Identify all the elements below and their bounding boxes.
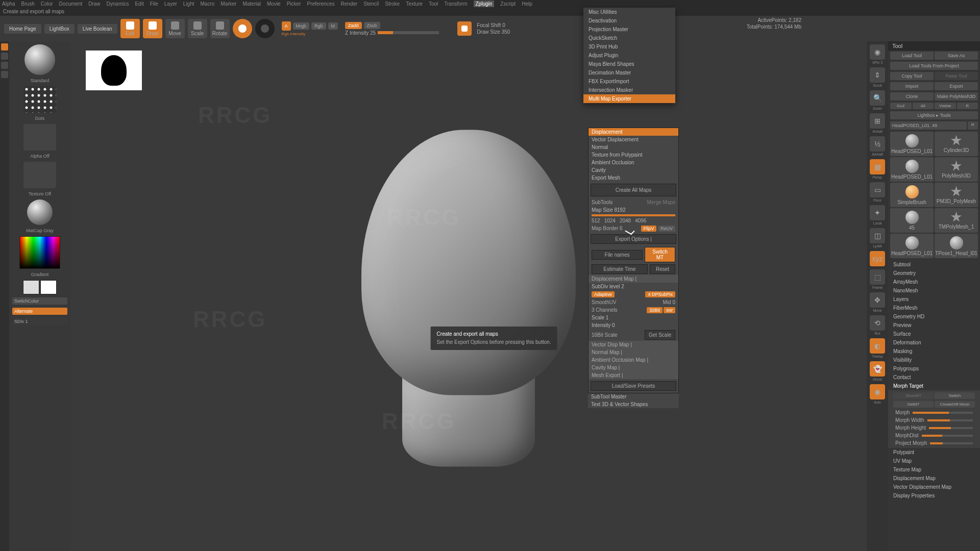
menu-layer[interactable]: Layer — [164, 1, 177, 7]
menu-transform[interactable]: Transform — [444, 1, 467, 7]
menu-texture[interactable]: Texture — [406, 1, 423, 7]
clone-button[interactable]: Clone — [890, 92, 934, 101]
tool-thumb[interactable]: Cylinder3D — [935, 132, 978, 156]
dd-text3d[interactable]: Text 3D & Vector Shapes — [588, 400, 679, 408]
tool-thumb[interactable]: TMPolyMesh_1 — [935, 208, 978, 233]
flipv-toggle[interactable]: FlipV — [641, 226, 657, 232]
get-scale-button[interactable]: Get Scale — [645, 330, 675, 340]
transp-icon[interactable]: ◐ — [870, 338, 885, 354]
draw-size-slider[interactable]: Draw Size 350 — [477, 29, 510, 35]
dd-intersection-masker[interactable]: Intersection Masker — [583, 86, 675, 94]
menu-stencil[interactable]: Stencil — [363, 1, 379, 7]
mapsize-512[interactable]: 512 — [592, 218, 600, 223]
mme-cavity-toggle[interactable]: Cavity — [589, 166, 678, 174]
mme-ao-toggle[interactable]: Ambient Occlusion — [589, 159, 678, 166]
delmt-button[interactable]: DelMT — [893, 401, 934, 408]
menu-zplugin[interactable]: Zplugin — [474, 1, 495, 7]
menu-help[interactable]: Help — [522, 1, 532, 7]
dd-subtool-master[interactable]: SubTool Master — [588, 393, 679, 400]
mrgb-toggle[interactable]: Mrgb — [293, 22, 310, 30]
stroke-preview[interactable] — [23, 86, 56, 113]
section-preview[interactable]: Preview — [888, 321, 980, 330]
focal-shift-slider[interactable]: Focal Shift 0 — [477, 22, 510, 28]
local-icon[interactable]: ✦ — [870, 205, 885, 220]
vdisp-map-header[interactable]: Vector Disp Map | — [589, 341, 678, 348]
draw-mode-button[interactable]: Draw — [143, 19, 162, 38]
section-texturemap[interactable]: Texture Map — [888, 465, 980, 474]
section-polypaint[interactable]: Polypaint — [888, 448, 980, 457]
section-fibermesh[interactable]: FiberMesh — [888, 304, 980, 312]
section-masking[interactable]: Masking — [888, 347, 980, 356]
current-tool-label[interactable]: HeadPOSED_L01. 49 — [890, 121, 967, 130]
export-button[interactable]: Export — [935, 82, 978, 90]
menu-zscript[interactable]: Zscript — [500, 1, 516, 7]
goz-button[interactable]: GoZ — [890, 103, 912, 109]
material-preview[interactable] — [27, 199, 53, 225]
tool-thumb[interactable]: HeadPOSED_L01 — [890, 132, 934, 156]
estimate-time-button[interactable]: Estimate Time — [592, 264, 648, 274]
switch-button[interactable]: Switch — [935, 392, 975, 399]
menu-color[interactable]: Color — [41, 1, 53, 7]
color-swatches[interactable] — [23, 280, 57, 294]
color-picker[interactable] — [19, 236, 60, 269]
menu-macro[interactable]: Macro — [201, 1, 215, 7]
mesh-export-header[interactable]: Mesh Export | — [589, 371, 678, 379]
dd-misc-utilities[interactable]: Misc Utilities — [583, 8, 675, 16]
bit16-toggle[interactable]: 16Bit Scale — [592, 332, 618, 338]
actual-icon[interactable]: ⊞ — [870, 113, 885, 129]
section-arraymesh[interactable]: ArrayMesh — [888, 278, 980, 286]
normal-map-header[interactable]: Normal Map | — [589, 348, 678, 356]
zsub-toggle[interactable]: Zsub — [364, 22, 380, 29]
map-border-label[interactable]: Map Border 6 — [592, 226, 623, 231]
menu-marker[interactable]: Marker — [220, 1, 236, 7]
brush-preview[interactable] — [24, 44, 55, 75]
creatediff-button[interactable]: CreateDiff Mesh — [935, 401, 975, 408]
menu-light[interactable]: Light — [183, 1, 194, 7]
tool-thumb[interactable]: SimpleBrush — [890, 183, 934, 207]
lyrmt-icon[interactable]: ◫ — [870, 228, 885, 243]
load-tool-button[interactable]: Load Tool — [890, 52, 934, 60]
menu-render[interactable]: Render — [340, 1, 357, 7]
solo-icon[interactable]: ◉ — [870, 384, 885, 399]
section-dispmap[interactable]: Displacement Map — [888, 474, 980, 483]
section-geometryhd[interactable]: Geometry HD — [888, 312, 980, 321]
menu-draw[interactable]: Draw — [88, 1, 100, 7]
dd-projection-master[interactable]: Projection Master — [583, 25, 675, 34]
section-deformation[interactable]: Deformation — [888, 338, 980, 347]
menu-material[interactable]: Material — [242, 1, 261, 7]
tool-thumb[interactable]: PM3D_PolyMesh — [935, 183, 978, 207]
dd-multi-map-exporter[interactable]: Multi Map Exporter — [583, 94, 675, 103]
menu-dynamics[interactable]: Dynamics — [107, 1, 129, 7]
sculptris-button[interactable] — [255, 19, 275, 38]
tool-thumb[interactable]: HeadPOSED_L01 — [890, 157, 934, 182]
make-polymesh-button[interactable]: Make PolyMesh3D — [935, 92, 978, 101]
z-intensity-slider[interactable]: Z Intensity 25 — [345, 30, 439, 36]
morph-dist-slider[interactable]: MorphDist — [891, 432, 977, 439]
lightbox-tools-button[interactable]: Lightbox ▸ Tools — [890, 111, 978, 119]
map-size-label[interactable]: Map Size 8192 — [589, 206, 678, 214]
mme-displacement-toggle[interactable]: Displacement — [589, 128, 678, 136]
r-toggle[interactable]: R — [968, 121, 978, 130]
load-save-presets-button[interactable]: Load/Save Presets — [591, 381, 676, 391]
m-toggle[interactable]: M — [328, 22, 338, 30]
create-all-maps-button[interactable]: Create All Maps — [591, 184, 676, 196]
mapsize-1024[interactable]: 1024 — [604, 218, 616, 223]
rotate-mode-button[interactable]: Rotate — [210, 19, 230, 38]
project-morph-slider[interactable]: Project Morph — [891, 439, 977, 447]
export-options-header[interactable]: Export Options | — [591, 234, 676, 244]
gizmo-button[interactable] — [233, 19, 252, 38]
reset-button[interactable]: Reset — [650, 264, 675, 274]
zadd-toggle[interactable]: Zadd — [345, 22, 362, 29]
menu-tool[interactable]: Tool — [429, 1, 438, 7]
smoothuv-toggle[interactable]: SmoothUV — [592, 299, 616, 305]
dd-fbx-exportimport[interactable]: FBX ExportImport — [583, 77, 675, 86]
frame-icon[interactable]: ⬚ — [870, 269, 885, 285]
section-layers[interactable]: Layers — [888, 295, 980, 304]
tool-thumb[interactable]: 45 — [890, 208, 934, 233]
section-geometry[interactable]: Geometry — [888, 269, 980, 278]
menu-stroke[interactable]: Stroke — [385, 1, 400, 7]
save-as-button[interactable]: Save As — [935, 52, 978, 60]
disp-map-header[interactable]: Displacement Map | — [589, 275, 678, 283]
intensity-field[interactable]: Intensity 0 — [589, 321, 678, 329]
tool-thumb[interactable]: HeadPOSED_L01 — [890, 234, 934, 258]
